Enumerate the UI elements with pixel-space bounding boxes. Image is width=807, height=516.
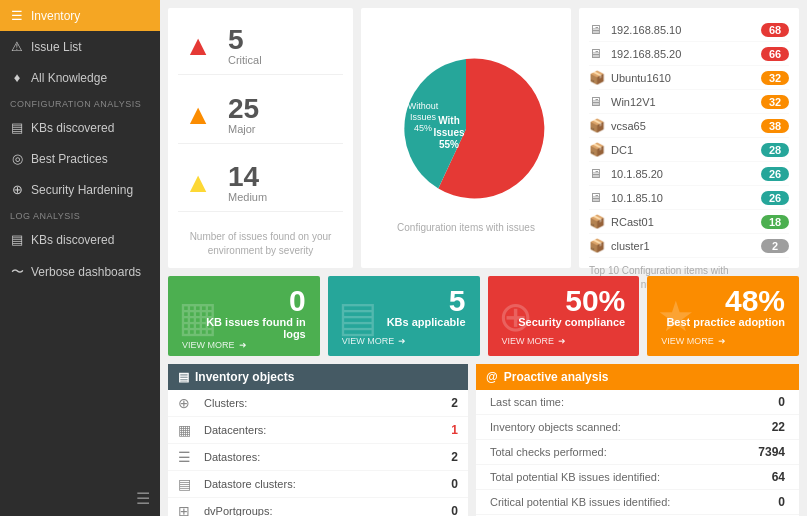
inventory-header-icon: ▤: [178, 370, 189, 384]
stat-card-kb-issues: ▦ 0 KB issues found in logs VIEW MORE ➜: [168, 276, 320, 356]
proactive-rows: Last scan time: 0 Inventory objects scan…: [476, 390, 799, 515]
security-bg-icon: ⊕: [498, 292, 533, 341]
top10-list-item: 📦 cluster1 2: [589, 234, 789, 258]
top10-item-name: 192.168.85.20: [611, 48, 755, 60]
inventory-list-item: ▦ Datacenters: 1: [168, 417, 468, 444]
top10-item-badge: 66: [761, 47, 789, 61]
proactive-list-item: Last scan time: 0: [476, 390, 799, 415]
inventory-list-item: ▤ Datastore clusters: 0: [168, 471, 468, 498]
top10-item-icon: 📦: [589, 238, 605, 253]
top10-item-badge: 26: [761, 191, 789, 205]
top10-item-name: vcsa65: [611, 120, 755, 132]
best-practices-icon: ◎: [10, 151, 24, 166]
inv-row-icon: ▦: [178, 422, 196, 438]
top10-item-badge: 32: [761, 71, 789, 85]
top10-item-icon: 📦: [589, 70, 605, 85]
critical-icon: ▲: [178, 30, 218, 62]
kb-issues-bg-icon: ▦: [178, 292, 218, 341]
config-section-label: CONFIGURATION ANALYSIS: [0, 93, 160, 112]
pie-with-pct: 55%: [439, 139, 459, 150]
top10-item-name: RCast01: [611, 216, 755, 228]
stat-card-bestpractice: ★ 48% Best practice adoption VIEW MORE ➜: [647, 276, 799, 356]
bottom-row: ▤ Inventory objects ⊕ Clusters: 2 ▦ Data…: [168, 364, 799, 516]
sidebar-item-verbose-dashboards[interactable]: 〜 Verbose dashboards: [0, 255, 160, 289]
inventory-objects-header: ▤ Inventory objects: [168, 364, 468, 390]
proactive-row-value: 64: [772, 470, 785, 484]
sidebar-item-best-practices[interactable]: ◎ Best Practices: [0, 143, 160, 174]
proactive-row-value: 0: [778, 495, 785, 509]
top10-list-item: 🖥 192.168.85.20 66: [589, 42, 789, 66]
pie-without-label: Without: [408, 101, 439, 111]
medium-label: Medium: [228, 191, 267, 203]
kbs-applicable-viewmore[interactable]: VIEW MORE ➜: [342, 336, 466, 346]
sidebar-item-label: Issue List: [31, 40, 82, 54]
kb-issues-viewmore[interactable]: VIEW MORE ➜: [182, 340, 306, 350]
inventory-rows: ⊕ Clusters: 2 ▦ Datacenters: 1 ☰ Datasto…: [168, 390, 468, 516]
top10-item-badge: 38: [761, 119, 789, 133]
proactive-list-item: Inventory objects scanned: 22: [476, 415, 799, 440]
inv-row-value: 0: [451, 504, 458, 516]
kbs-config-icon: ▤: [10, 120, 24, 135]
issue-list-icon: ⚠: [10, 39, 24, 54]
inv-row-label: Datacenters:: [204, 424, 443, 436]
top10-item-name: Win12V1: [611, 96, 755, 108]
security-viewmore[interactable]: VIEW MORE ➜: [502, 336, 626, 346]
inv-row-value: 2: [451, 396, 458, 410]
inventory-list-item: ⊕ Clusters: 2: [168, 390, 468, 417]
pie-card: With Issues 55% Without Issues 45% Confi…: [361, 8, 571, 268]
severity-critical-row: ▲ 5 Critical: [178, 18, 343, 75]
sidebar-item-label: KBs discovered: [31, 121, 114, 135]
sidebar-item-security-hardening[interactable]: ⊕ Security Hardening: [0, 174, 160, 205]
top10-card: 🖥 192.168.85.10 68 🖥 192.168.85.20 66 📦 …: [579, 8, 799, 268]
top10-item-icon: 📦: [589, 142, 605, 157]
major-icon: ▲: [178, 99, 218, 131]
inv-row-value: 0: [451, 477, 458, 491]
top10-list-item: 📦 vcsa65 38: [589, 114, 789, 138]
pie-without-label2: Issues: [410, 112, 437, 122]
top10-item-icon: 📦: [589, 118, 605, 133]
severity-medium-row: ▲ 14 Medium: [178, 155, 343, 212]
severity-footer: Number of issues found on your environme…: [178, 230, 343, 258]
stat-card-security: ⊕ 50% Security compliance VIEW MORE ➜: [488, 276, 640, 356]
top10-item-name: 192.168.85.10: [611, 24, 755, 36]
sidebar: ☰ Inventory ⚠ Issue List ♦ All Knowledge…: [0, 0, 160, 516]
proactive-list-item: Total potential KB issues identified: 64: [476, 465, 799, 490]
kbs-log-icon: ▤: [10, 232, 24, 247]
sidebar-item-label: Inventory: [31, 9, 80, 23]
proactive-card: @ Proactive analysis Last scan time: 0 I…: [476, 364, 799, 516]
top10-list-item: 🖥 192.168.85.10 68: [589, 18, 789, 42]
sidebar-toggle[interactable]: ☰: [0, 481, 160, 516]
proactive-row-value: 0: [778, 395, 785, 409]
pie-without-pct: 45%: [414, 123, 432, 133]
inv-row-value: 1: [451, 423, 458, 437]
mid-row: ▦ 0 KB issues found in logs VIEW MORE ➜ …: [168, 276, 799, 356]
severity-card: ▲ 5 Critical ▲ 25 Major ▲ 14 Medium: [168, 8, 353, 268]
top10-item-name: Ubuntu1610: [611, 72, 755, 84]
sidebar-item-all-knowledge[interactable]: ♦ All Knowledge: [0, 62, 160, 93]
top10-item-name: DC1: [611, 144, 755, 156]
proactive-row-value: 7394: [758, 445, 785, 459]
proactive-row-value: 22: [772, 420, 785, 434]
top10-list-item: 📦 Ubuntu1610 32: [589, 66, 789, 90]
top10-item-icon: 🖥: [589, 22, 605, 37]
inv-row-icon: ▤: [178, 476, 196, 492]
stat-card-kbs-applicable: ▤ 5 KBs applicable VIEW MORE ➜: [328, 276, 480, 356]
sidebar-item-label: KBs discovered: [31, 233, 114, 247]
sidebar-item-inventory[interactable]: ☰ Inventory: [0, 0, 160, 31]
proactive-row-label: Last scan time:: [490, 396, 564, 408]
sidebar-item-kbs-discovered-config[interactable]: ▤ KBs discovered: [0, 112, 160, 143]
top10-item-icon: 🖥: [589, 190, 605, 205]
inventory-icon: ☰: [10, 8, 24, 23]
top10-item-badge: 68: [761, 23, 789, 37]
critical-label: Critical: [228, 54, 262, 66]
inventory-objects-card: ▤ Inventory objects ⊕ Clusters: 2 ▦ Data…: [168, 364, 468, 516]
all-knowledge-icon: ♦: [10, 70, 24, 85]
top-row: ▲ 5 Critical ▲ 25 Major ▲ 14 Medium: [168, 8, 799, 268]
bestpractice-viewmore[interactable]: VIEW MORE ➜: [661, 336, 785, 346]
inv-row-icon: ⊕: [178, 395, 196, 411]
proactive-row-label: Inventory objects scanned:: [490, 421, 621, 433]
pie-chart-svg: With Issues 55% Without Issues 45%: [381, 44, 551, 214]
inv-row-value: 2: [451, 450, 458, 464]
sidebar-item-issue-list[interactable]: ⚠ Issue List: [0, 31, 160, 62]
sidebar-item-kbs-discovered-log[interactable]: ▤ KBs discovered: [0, 224, 160, 255]
